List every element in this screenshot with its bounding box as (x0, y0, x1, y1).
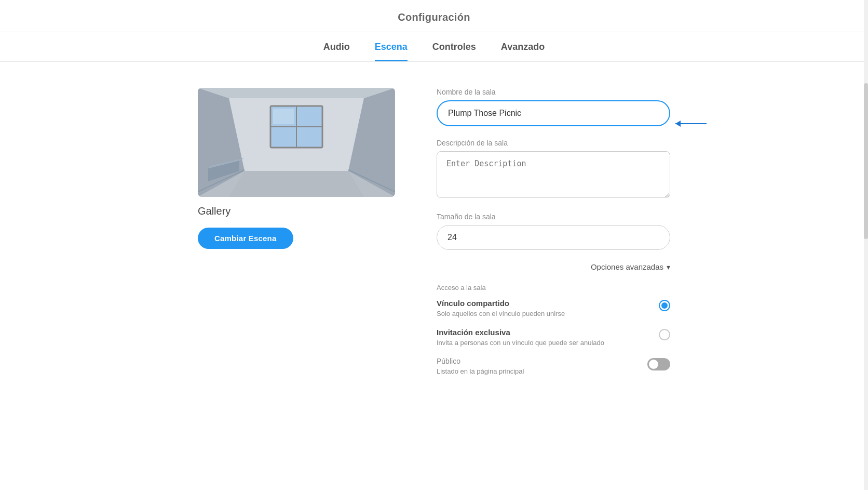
room-size-input[interactable] (437, 225, 670, 250)
tabs-bar: Audio Escena Controles Avanzado (0, 32, 868, 62)
exclusive-invite-radio[interactable] (659, 329, 670, 340)
exclusive-invite-title: Invitación exclusiva (437, 328, 653, 337)
svg-marker-5 (198, 88, 395, 98)
advanced-options-toggle[interactable]: Opciones avanzadas ▾ (437, 262, 670, 271)
change-scene-button[interactable]: Cambiar Escena (198, 228, 293, 249)
scrollbar-thumb[interactable] (864, 83, 868, 239)
public-toggle-row: Público Listado en la página principal (437, 357, 670, 375)
public-title: Público (437, 357, 524, 365)
room-size-label: Tamaño de la sala (437, 213, 670, 221)
room-name-label: Nombre de la sala (437, 88, 670, 96)
page-title: Configuración (398, 11, 470, 23)
shared-link-text: Vínculo compartido Solo aquellos con el … (437, 299, 653, 319)
arrow-annotation (675, 123, 707, 124)
access-label: Acceso a la sala (437, 284, 670, 292)
description-label: Descripción de la sala (437, 139, 670, 147)
public-toggle[interactable] (647, 358, 670, 370)
exclusive-invite-text: Invitación exclusiva Invita a personas c… (437, 328, 653, 348)
svg-marker-13 (229, 171, 364, 197)
public-text: Público Listado en la página principal (437, 357, 524, 375)
shared-link-option: Vínculo compartido Solo aquellos con el … (437, 299, 670, 319)
scene-thumbnail (198, 88, 395, 197)
right-panel: Nombre de la sala Descripción de la sala… (437, 88, 670, 375)
main-content: Gallery Cambiar Escena Nombre de la sala… (71, 83, 797, 380)
shared-link-radio[interactable] (659, 300, 670, 311)
description-input[interactable] (437, 151, 670, 198)
public-desc: Listado en la página principal (437, 367, 524, 375)
left-panel: Gallery Cambiar Escena (198, 88, 395, 375)
scrollbar-track[interactable] (864, 0, 868, 490)
scene-label: Gallery (198, 205, 230, 217)
shared-link-title: Vínculo compartido (437, 299, 653, 308)
room-name-input[interactable] (437, 100, 670, 126)
page-header: Configuración (0, 0, 868, 32)
tab-escena[interactable]: Escena (375, 42, 408, 61)
tab-avanzado[interactable]: Avanzado (501, 42, 545, 61)
tab-audio[interactable]: Audio (323, 42, 350, 61)
exclusive-invite-desc: Invita a personas con un vínculo que pue… (437, 338, 653, 348)
exclusive-invite-option: Invitación exclusiva Invita a personas c… (437, 328, 670, 348)
arrow-line (675, 123, 707, 124)
tab-controles[interactable]: Controles (432, 42, 476, 61)
shared-link-desc: Solo aquellos con el vínculo pueden unir… (437, 309, 653, 319)
advanced-options-label: Opciones avanzadas (591, 262, 663, 271)
chevron-down-icon: ▾ (667, 263, 670, 271)
svg-rect-10 (273, 109, 294, 124)
